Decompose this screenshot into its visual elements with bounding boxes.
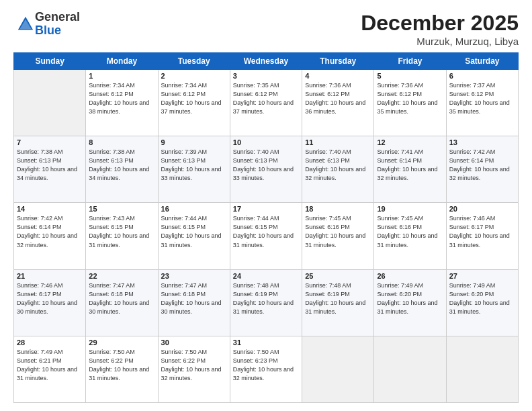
column-header-tuesday: Tuesday [158,53,230,70]
day-number: 15 [89,205,154,213]
column-header-saturday: Saturday [446,53,518,70]
day-info: Sunrise: 7:50 AM Sunset: 6:23 PM Dayligh… [233,348,299,383]
title-block: December 2025 Murzuk, Murzuq, Libya [361,11,519,47]
week-row-2: 7Sunrise: 7:38 AM Sunset: 6:13 PM Daylig… [14,136,519,203]
day-info: Sunrise: 7:37 AM Sunset: 6:12 PM Dayligh… [449,81,515,116]
day-info: Sunrise: 7:50 AM Sunset: 6:22 PM Dayligh… [89,348,154,383]
day-info: Sunrise: 7:46 AM Sunset: 6:17 PM Dayligh… [449,214,515,249]
day-number: 8 [89,138,154,146]
day-number: 26 [377,272,443,280]
day-info: Sunrise: 7:34 AM Sunset: 6:12 PM Dayligh… [161,81,227,116]
day-cell: 15Sunrise: 7:43 AM Sunset: 6:15 PM Dayli… [86,203,158,269]
column-header-friday: Friday [374,53,446,70]
day-number: 12 [377,138,443,146]
day-cell: 23Sunrise: 7:47 AM Sunset: 6:18 PM Dayli… [158,269,230,336]
day-number: 6 [449,72,515,80]
calendar-body: 1Sunrise: 7:34 AM Sunset: 6:12 PM Daylig… [14,70,519,403]
column-header-thursday: Thursday [302,53,374,70]
day-number: 24 [233,272,299,280]
page: General Blue December 2025 Murzuk, Murzu… [0,0,532,411]
day-number: 18 [305,205,371,213]
day-info: Sunrise: 7:48 AM Sunset: 6:19 PM Dayligh… [233,281,299,316]
day-number: 27 [449,272,515,280]
logo-blue: Blue [35,24,80,38]
day-cell [374,336,446,402]
page-subtitle: Murzuk, Murzuq, Libya [361,36,519,47]
day-number: 10 [233,138,299,146]
day-info: Sunrise: 7:41 AM Sunset: 6:14 PM Dayligh… [377,148,443,183]
day-info: Sunrise: 7:49 AM Sunset: 6:21 PM Dayligh… [17,348,83,383]
day-info: Sunrise: 7:45 AM Sunset: 6:16 PM Dayligh… [305,214,371,249]
day-info: Sunrise: 7:44 AM Sunset: 6:15 PM Dayligh… [161,214,227,249]
header-row: SundayMondayTuesdayWednesdayThursdayFrid… [14,53,519,70]
day-cell: 1Sunrise: 7:34 AM Sunset: 6:12 PM Daylig… [86,70,158,136]
day-number: 28 [17,338,83,347]
day-cell: 8Sunrise: 7:38 AM Sunset: 6:13 PM Daylig… [86,136,158,203]
day-cell [302,336,374,402]
day-info: Sunrise: 7:35 AM Sunset: 6:12 PM Dayligh… [233,81,299,116]
day-cell: 16Sunrise: 7:44 AM Sunset: 6:15 PM Dayli… [158,203,230,269]
logo: General Blue [13,11,80,38]
logo-icon [16,15,35,34]
page-title: December 2025 [361,11,519,36]
day-cell: 5Sunrise: 7:36 AM Sunset: 6:12 PM Daylig… [374,70,446,136]
day-number: 9 [161,138,227,146]
day-cell: 4Sunrise: 7:36 AM Sunset: 6:12 PM Daylig… [302,70,374,136]
day-cell: 21Sunrise: 7:46 AM Sunset: 6:17 PM Dayli… [14,269,86,336]
day-info: Sunrise: 7:43 AM Sunset: 6:15 PM Dayligh… [89,214,154,249]
day-number: 31 [233,338,299,347]
day-cell: 30Sunrise: 7:50 AM Sunset: 6:22 PM Dayli… [158,336,230,402]
day-number: 19 [377,205,443,213]
day-cell: 3Sunrise: 7:35 AM Sunset: 6:12 PM Daylig… [230,70,302,136]
day-number: 3 [233,72,299,80]
week-row-4: 21Sunrise: 7:46 AM Sunset: 6:17 PM Dayli… [14,269,519,336]
day-cell [446,336,518,402]
day-cell: 26Sunrise: 7:49 AM Sunset: 6:20 PM Dayli… [374,269,446,336]
day-cell: 6Sunrise: 7:37 AM Sunset: 6:12 PM Daylig… [446,70,518,136]
day-number: 17 [233,205,299,213]
calendar-header: SundayMondayTuesdayWednesdayThursdayFrid… [14,53,519,70]
day-number: 13 [449,138,515,146]
day-cell: 20Sunrise: 7:46 AM Sunset: 6:17 PM Dayli… [446,203,518,269]
week-row-3: 14Sunrise: 7:42 AM Sunset: 6:14 PM Dayli… [14,203,519,269]
day-info: Sunrise: 7:49 AM Sunset: 6:20 PM Dayligh… [377,281,443,316]
day-info: Sunrise: 7:38 AM Sunset: 6:13 PM Dayligh… [17,148,83,183]
day-info: Sunrise: 7:48 AM Sunset: 6:19 PM Dayligh… [305,281,371,316]
day-info: Sunrise: 7:40 AM Sunset: 6:13 PM Dayligh… [305,148,371,183]
day-info: Sunrise: 7:34 AM Sunset: 6:12 PM Dayligh… [89,81,154,116]
day-number: 14 [17,205,83,213]
day-number: 21 [17,272,83,280]
day-info: Sunrise: 7:47 AM Sunset: 6:18 PM Dayligh… [161,281,227,316]
day-cell: 22Sunrise: 7:47 AM Sunset: 6:18 PM Dayli… [86,269,158,336]
day-info: Sunrise: 7:50 AM Sunset: 6:22 PM Dayligh… [161,348,227,383]
day-cell: 24Sunrise: 7:48 AM Sunset: 6:19 PM Dayli… [230,269,302,336]
day-info: Sunrise: 7:36 AM Sunset: 6:12 PM Dayligh… [305,81,371,116]
day-number: 25 [305,272,371,280]
day-cell: 28Sunrise: 7:49 AM Sunset: 6:21 PM Dayli… [14,336,86,402]
day-cell [14,70,86,136]
day-info: Sunrise: 7:36 AM Sunset: 6:12 PM Dayligh… [377,81,443,116]
calendar-table: SundayMondayTuesdayWednesdayThursdayFrid… [13,52,519,403]
day-cell: 27Sunrise: 7:49 AM Sunset: 6:20 PM Dayli… [446,269,518,336]
day-cell: 9Sunrise: 7:39 AM Sunset: 6:13 PM Daylig… [158,136,230,203]
day-cell: 12Sunrise: 7:41 AM Sunset: 6:14 PM Dayli… [374,136,446,203]
day-info: Sunrise: 7:44 AM Sunset: 6:15 PM Dayligh… [233,214,299,249]
day-number: 23 [161,272,227,280]
day-number: 11 [305,138,371,146]
day-number: 22 [89,272,154,280]
day-info: Sunrise: 7:45 AM Sunset: 6:16 PM Dayligh… [377,214,443,249]
day-cell: 25Sunrise: 7:48 AM Sunset: 6:19 PM Dayli… [302,269,374,336]
day-info: Sunrise: 7:42 AM Sunset: 6:14 PM Dayligh… [449,148,515,183]
day-cell: 13Sunrise: 7:42 AM Sunset: 6:14 PM Dayli… [446,136,518,203]
day-number: 1 [89,72,154,80]
day-number: 7 [17,138,83,146]
day-info: Sunrise: 7:49 AM Sunset: 6:20 PM Dayligh… [449,281,515,316]
day-cell: 14Sunrise: 7:42 AM Sunset: 6:14 PM Dayli… [14,203,86,269]
day-cell: 17Sunrise: 7:44 AM Sunset: 6:15 PM Dayli… [230,203,302,269]
day-info: Sunrise: 7:46 AM Sunset: 6:17 PM Dayligh… [17,281,83,316]
day-info: Sunrise: 7:47 AM Sunset: 6:18 PM Dayligh… [89,281,154,316]
day-info: Sunrise: 7:42 AM Sunset: 6:14 PM Dayligh… [17,214,83,249]
logo-text: General Blue [35,11,80,38]
day-info: Sunrise: 7:39 AM Sunset: 6:13 PM Dayligh… [161,148,227,183]
logo-general: General [35,11,80,24]
